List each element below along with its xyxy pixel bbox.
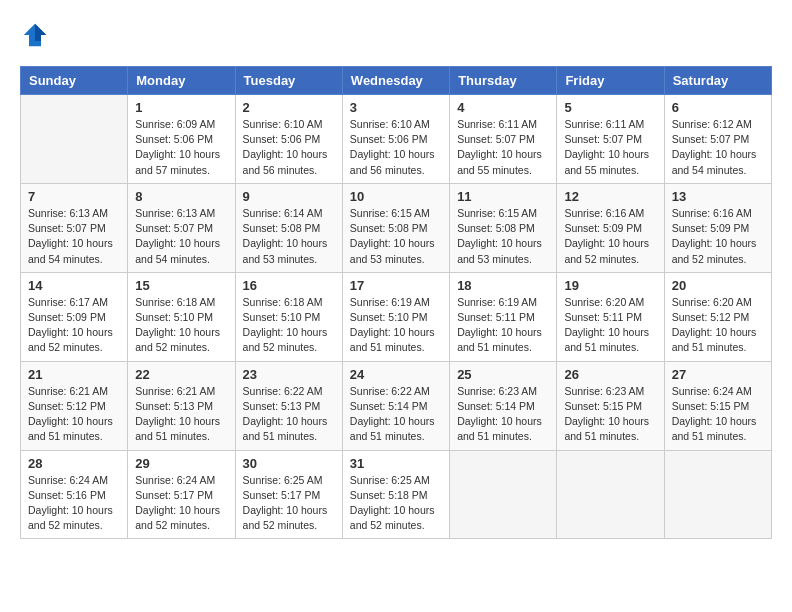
daylight-text: Daylight: 10 hours and 52 minutes. <box>28 504 113 531</box>
sunset-text: Sunset: 5:11 PM <box>457 311 535 323</box>
sunrise-text: Sunrise: 6:10 AM <box>243 118 323 130</box>
daylight-text: Daylight: 10 hours and 51 minutes. <box>350 326 435 353</box>
day-info: Sunrise: 6:15 AM Sunset: 5:08 PM Dayligh… <box>457 206 549 267</box>
day-info: Sunrise: 6:24 AM Sunset: 5:15 PM Dayligh… <box>672 384 764 445</box>
calendar-day-cell: 27 Sunrise: 6:24 AM Sunset: 5:15 PM Dayl… <box>664 361 771 450</box>
sunrise-text: Sunrise: 6:14 AM <box>243 207 323 219</box>
daylight-text: Daylight: 10 hours and 51 minutes. <box>243 415 328 442</box>
sunrise-text: Sunrise: 6:20 AM <box>672 296 752 308</box>
day-number: 30 <box>243 456 335 471</box>
sunrise-text: Sunrise: 6:16 AM <box>564 207 644 219</box>
daylight-text: Daylight: 10 hours and 56 minutes. <box>243 148 328 175</box>
day-info: Sunrise: 6:13 AM Sunset: 5:07 PM Dayligh… <box>28 206 120 267</box>
calendar-day-cell: 24 Sunrise: 6:22 AM Sunset: 5:14 PM Dayl… <box>342 361 449 450</box>
day-info: Sunrise: 6:22 AM Sunset: 5:13 PM Dayligh… <box>243 384 335 445</box>
calendar-day-header: Monday <box>128 67 235 95</box>
calendar-day-cell: 16 Sunrise: 6:18 AM Sunset: 5:10 PM Dayl… <box>235 272 342 361</box>
sunrise-text: Sunrise: 6:13 AM <box>28 207 108 219</box>
sunrise-text: Sunrise: 6:25 AM <box>243 474 323 486</box>
sunset-text: Sunset: 5:08 PM <box>350 222 428 234</box>
daylight-text: Daylight: 10 hours and 51 minutes. <box>564 326 649 353</box>
day-number: 20 <box>672 278 764 293</box>
day-number: 14 <box>28 278 120 293</box>
sunset-text: Sunset: 5:10 PM <box>350 311 428 323</box>
sunset-text: Sunset: 5:10 PM <box>135 311 213 323</box>
day-number: 13 <box>672 189 764 204</box>
day-info: Sunrise: 6:21 AM Sunset: 5:12 PM Dayligh… <box>28 384 120 445</box>
day-info: Sunrise: 6:23 AM Sunset: 5:15 PM Dayligh… <box>564 384 656 445</box>
logo-icon <box>20 20 50 50</box>
sunset-text: Sunset: 5:06 PM <box>243 133 321 145</box>
day-number: 19 <box>564 278 656 293</box>
day-number: 9 <box>243 189 335 204</box>
sunrise-text: Sunrise: 6:11 AM <box>457 118 537 130</box>
day-info: Sunrise: 6:11 AM Sunset: 5:07 PM Dayligh… <box>457 117 549 178</box>
sunset-text: Sunset: 5:08 PM <box>457 222 535 234</box>
day-number: 16 <box>243 278 335 293</box>
sunrise-text: Sunrise: 6:22 AM <box>350 385 430 397</box>
calendar-day-header: Tuesday <box>235 67 342 95</box>
sunset-text: Sunset: 5:07 PM <box>564 133 642 145</box>
day-number: 25 <box>457 367 549 382</box>
sunrise-text: Sunrise: 6:18 AM <box>243 296 323 308</box>
sunrise-text: Sunrise: 6:15 AM <box>350 207 430 219</box>
sunset-text: Sunset: 5:17 PM <box>135 489 213 501</box>
calendar-day-cell: 1 Sunrise: 6:09 AM Sunset: 5:06 PM Dayli… <box>128 95 235 184</box>
calendar-day-cell: 12 Sunrise: 6:16 AM Sunset: 5:09 PM Dayl… <box>557 183 664 272</box>
sunrise-text: Sunrise: 6:23 AM <box>564 385 644 397</box>
day-info: Sunrise: 6:25 AM Sunset: 5:17 PM Dayligh… <box>243 473 335 534</box>
day-info: Sunrise: 6:25 AM Sunset: 5:18 PM Dayligh… <box>350 473 442 534</box>
calendar-day-cell: 18 Sunrise: 6:19 AM Sunset: 5:11 PM Dayl… <box>450 272 557 361</box>
daylight-text: Daylight: 10 hours and 52 minutes. <box>672 237 757 264</box>
sunrise-text: Sunrise: 6:23 AM <box>457 385 537 397</box>
calendar-day-cell: 13 Sunrise: 6:16 AM Sunset: 5:09 PM Dayl… <box>664 183 771 272</box>
day-number: 22 <box>135 367 227 382</box>
day-info: Sunrise: 6:22 AM Sunset: 5:14 PM Dayligh… <box>350 384 442 445</box>
calendar-day-cell: 23 Sunrise: 6:22 AM Sunset: 5:13 PM Dayl… <box>235 361 342 450</box>
day-number: 1 <box>135 100 227 115</box>
sunset-text: Sunset: 5:12 PM <box>28 400 106 412</box>
calendar-day-cell: 11 Sunrise: 6:15 AM Sunset: 5:08 PM Dayl… <box>450 183 557 272</box>
calendar-day-cell: 17 Sunrise: 6:19 AM Sunset: 5:10 PM Dayl… <box>342 272 449 361</box>
sunset-text: Sunset: 5:13 PM <box>135 400 213 412</box>
sunset-text: Sunset: 5:10 PM <box>243 311 321 323</box>
day-number: 11 <box>457 189 549 204</box>
day-info: Sunrise: 6:16 AM Sunset: 5:09 PM Dayligh… <box>564 206 656 267</box>
daylight-text: Daylight: 10 hours and 52 minutes. <box>243 326 328 353</box>
sunset-text: Sunset: 5:07 PM <box>135 222 213 234</box>
calendar-day-cell: 31 Sunrise: 6:25 AM Sunset: 5:18 PM Dayl… <box>342 450 449 539</box>
calendar-day-cell: 10 Sunrise: 6:15 AM Sunset: 5:08 PM Dayl… <box>342 183 449 272</box>
sunset-text: Sunset: 5:08 PM <box>243 222 321 234</box>
day-number: 31 <box>350 456 442 471</box>
day-number: 21 <box>28 367 120 382</box>
calendar-day-header: Wednesday <box>342 67 449 95</box>
sunrise-text: Sunrise: 6:25 AM <box>350 474 430 486</box>
sunrise-text: Sunrise: 6:18 AM <box>135 296 215 308</box>
sunset-text: Sunset: 5:12 PM <box>672 311 750 323</box>
day-number: 4 <box>457 100 549 115</box>
calendar-week-row: 28 Sunrise: 6:24 AM Sunset: 5:16 PM Dayl… <box>21 450 772 539</box>
day-info: Sunrise: 6:20 AM Sunset: 5:11 PM Dayligh… <box>564 295 656 356</box>
day-info: Sunrise: 6:10 AM Sunset: 5:06 PM Dayligh… <box>243 117 335 178</box>
daylight-text: Daylight: 10 hours and 51 minutes. <box>457 415 542 442</box>
daylight-text: Daylight: 10 hours and 54 minutes. <box>28 237 113 264</box>
day-number: 12 <box>564 189 656 204</box>
day-number: 2 <box>243 100 335 115</box>
sunrise-text: Sunrise: 6:24 AM <box>28 474 108 486</box>
calendar-day-cell <box>664 450 771 539</box>
daylight-text: Daylight: 10 hours and 52 minutes. <box>135 326 220 353</box>
day-info: Sunrise: 6:23 AM Sunset: 5:14 PM Dayligh… <box>457 384 549 445</box>
daylight-text: Daylight: 10 hours and 52 minutes. <box>243 504 328 531</box>
day-info: Sunrise: 6:17 AM Sunset: 5:09 PM Dayligh… <box>28 295 120 356</box>
day-info: Sunrise: 6:13 AM Sunset: 5:07 PM Dayligh… <box>135 206 227 267</box>
day-info: Sunrise: 6:14 AM Sunset: 5:08 PM Dayligh… <box>243 206 335 267</box>
day-info: Sunrise: 6:11 AM Sunset: 5:07 PM Dayligh… <box>564 117 656 178</box>
sunrise-text: Sunrise: 6:24 AM <box>672 385 752 397</box>
sunset-text: Sunset: 5:15 PM <box>564 400 642 412</box>
sunrise-text: Sunrise: 6:24 AM <box>135 474 215 486</box>
sunrise-text: Sunrise: 6:21 AM <box>135 385 215 397</box>
page-header <box>20 20 772 50</box>
daylight-text: Daylight: 10 hours and 53 minutes. <box>243 237 328 264</box>
daylight-text: Daylight: 10 hours and 52 minutes. <box>564 237 649 264</box>
day-number: 6 <box>672 100 764 115</box>
